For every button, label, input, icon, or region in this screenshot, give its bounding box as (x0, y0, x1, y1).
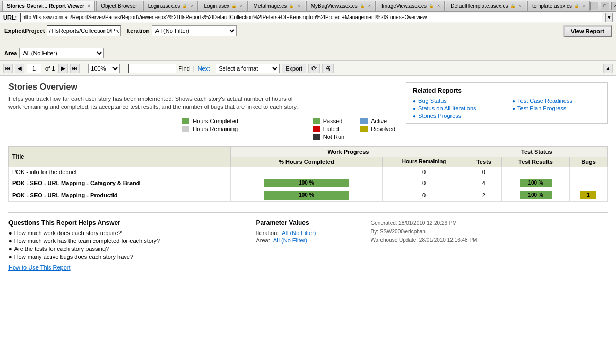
title-bar: Stories Overvi... Report Viewer × Object… (0, 0, 616, 12)
row-results (502, 167, 570, 177)
first-page-button[interactable]: ⏮ (3, 64, 13, 73)
link-label: Status on All Iterations (418, 105, 476, 111)
iteration-param-row: Iteration: All (No Filter) (256, 230, 353, 236)
related-link-bug-status: ● Bug Status (413, 98, 501, 104)
close-icon[interactable]: × (583, 3, 585, 8)
iteration-param-value: All (No Filter) (282, 230, 316, 236)
test-plan-link[interactable]: ● Test Plan Progress (512, 105, 601, 111)
url-dropdown-button[interactable]: ▼ (605, 13, 613, 22)
prev-page-button[interactable]: ◀ (15, 64, 24, 73)
legend-hours-remaining: Hours Remaining (182, 126, 238, 132)
generated-info-section: Generated: 28/01/2010 12:20:26 PM By: SS… (371, 219, 608, 271)
refresh-button[interactable]: ⟳ (308, 64, 320, 73)
test-status-header: Test Status (466, 146, 607, 157)
col-results-header: Test Results (502, 157, 570, 167)
params-bar: ExplicitProject Iteration All (No Filter… (0, 23, 616, 61)
question-item: ● Are the tests for each story passing? (8, 246, 246, 252)
tab-label: DefaultTemplate.ascx.cs (450, 3, 508, 9)
page-number-input[interactable] (27, 64, 41, 73)
explicit-project-input[interactable] (47, 25, 121, 36)
row-title: POK - SEO - URL Mapping - Catagory & Bra… (9, 177, 231, 189)
tab-login-ascx-cs[interactable]: Login.ascx.cs 🔒 × (143, 1, 198, 11)
passed-swatch (313, 118, 320, 124)
close-icon[interactable]: × (368, 3, 371, 8)
tab-label: MetaImage.cs (254, 3, 287, 9)
tab-label: MyBagView.ascx.cs (311, 3, 358, 9)
tab-login-ascx[interactable]: Login.ascx 🔒 × (199, 1, 247, 11)
test-case-readiness-link[interactable]: ● Test Case Readiness (512, 98, 601, 104)
tab-imageview[interactable]: ImageView.ascx.cs 🔒 × (377, 1, 445, 11)
url-bar: URL: ▼ (0, 12, 616, 23)
refresh-icon: ⟳ (311, 65, 317, 72)
how-to-link[interactable]: How to Use This Report (8, 264, 246, 271)
toolbar: ⏮ ◀ of 1 ▶ ⏭ 100% Find | Next Select a f… (0, 61, 616, 76)
view-report-button[interactable]: View Report (563, 25, 612, 37)
parameter-values-section: Parameter Values Iteration: All (No Filt… (256, 219, 362, 271)
legend-failed: Failed (313, 126, 344, 132)
next-page-button[interactable]: ▶ (58, 64, 68, 73)
close-icon[interactable]: × (297, 3, 300, 8)
link-label: Stories Progress (418, 112, 461, 119)
bug-status-link[interactable]: ● Bug Status (413, 98, 501, 104)
question-text: Are the tests for each story passing? (14, 246, 109, 252)
status-iterations-link[interactable]: ● Status on All Iterations (413, 105, 501, 111)
close-icon[interactable]: × (437, 3, 440, 8)
tab-stories-overview[interactable]: Stories Overvi... Report Viewer × (2, 1, 95, 11)
print-button[interactable]: 🖨 (322, 64, 334, 73)
row-results: 100 % (502, 189, 570, 201)
url-input[interactable] (20, 13, 602, 22)
lock-icon: 🔒 (231, 4, 237, 8)
zoom-select[interactable]: 100% (88, 64, 120, 73)
related-link-test-plan: ● Test Plan Progress (512, 105, 601, 111)
parameter-values-title: Parameter Values (256, 219, 353, 227)
tab-object-browser[interactable]: Object Browser (96, 1, 142, 11)
export-button[interactable]: Export (282, 64, 306, 73)
question-text: How much work does each story require? (14, 230, 122, 236)
search-input[interactable] (128, 64, 176, 73)
related-link-stories-progress: ● Stories Progress (413, 112, 501, 119)
bottom-section: Questions This Report Helps Answer ● How… (8, 212, 608, 271)
close-icon[interactable]: × (240, 3, 242, 8)
tab-label: template.aspx.cs (532, 3, 572, 9)
format-select[interactable]: Select a format (216, 64, 280, 73)
lock-icon: 🔒 (182, 4, 187, 8)
last-page-button[interactable]: ⏭ (70, 64, 80, 73)
legend-label: Resolved (371, 126, 395, 132)
close-button[interactable]: × (611, 2, 616, 10)
lock-icon: 🔒 (289, 4, 294, 8)
legend-label: Failed (323, 126, 339, 132)
legend-passed: Passed (313, 118, 344, 124)
iteration-param-label: Iteration: (256, 230, 279, 236)
area-select[interactable]: All (No Filter) (19, 48, 104, 58)
tab-template-aspx[interactable]: template.aspx.cs 🔒 × (527, 1, 590, 11)
explicit-project-group: ExplicitProject (4, 25, 121, 36)
of-label: of 1 (44, 65, 56, 72)
next-button[interactable]: Next (198, 65, 210, 72)
progress-bar: 100 % (264, 179, 349, 187)
tab-defaulttemplate[interactable]: DefaultTemplate.ascx.cs 🔒 × (446, 1, 526, 11)
close-icon[interactable]: × (88, 3, 90, 8)
restore-button[interactable]: □ (601, 2, 609, 10)
table-row: POK - SEO - URL Mapping - ProductId 100 … (9, 189, 608, 201)
legend-right-col: Active Resolved (360, 118, 395, 140)
link-label: Test Plan Progress (517, 105, 566, 111)
row-bugs: 1 (570, 189, 608, 201)
legend-label: Active (371, 118, 387, 124)
report-table: Title Work Progress Test Status % Hours … (8, 146, 608, 202)
related-reports-section: Related Reports ● Bug Status ● Test Case… (406, 82, 608, 124)
bullet-icon: ● (413, 113, 416, 119)
tab-metaimage-cs[interactable]: MetaImage.cs 🔒 × (249, 1, 305, 11)
tab-bar: Stories Overvi... Report Viewer × Object… (2, 1, 590, 11)
collapse-button[interactable]: ▲ (603, 64, 613, 73)
tab-mybagview[interactable]: MyBagView.ascx.cs 🔒 × (306, 1, 376, 11)
failed-swatch (313, 126, 320, 132)
iteration-select[interactable]: All (No Filter) (152, 25, 237, 36)
close-icon[interactable]: × (519, 3, 522, 8)
tab-label: Login.ascx.cs (148, 3, 180, 9)
close-icon[interactable]: × (190, 3, 193, 8)
minimize-button[interactable]: – (590, 2, 598, 10)
link-label: Bug Status (418, 98, 447, 104)
stories-progress-link[interactable]: ● Stories Progress (413, 112, 501, 119)
questions-title: Questions This Report Helps Answer (8, 219, 246, 227)
row-bugs (570, 177, 608, 189)
